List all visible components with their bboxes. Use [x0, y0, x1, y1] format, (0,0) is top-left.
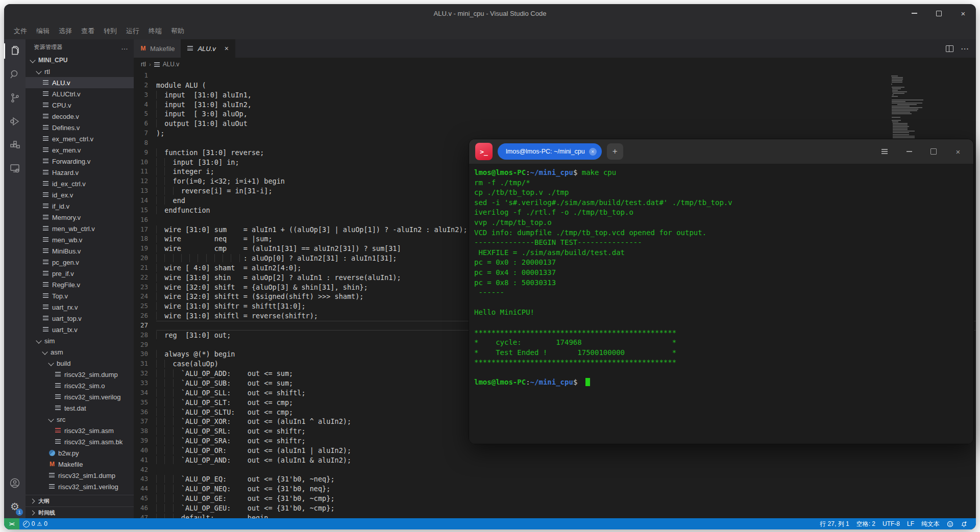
menu-item-0[interactable]: 文件	[9, 25, 32, 37]
tree-item-men_wb_ctrl.v[interactable]: men_wb_ctrl.v	[26, 223, 134, 234]
timeline-section[interactable]: 时间线	[26, 506, 134, 518]
tree-item-sim[interactable]: sim	[26, 335, 134, 346]
code-line-42[interactable]: 42	[134, 465, 976, 475]
code-line-3[interactable]: 3 input [31:0] aluIn1,	[134, 90, 976, 100]
tree-item-build[interactable]: build	[26, 358, 134, 369]
code-line-46[interactable]: 46 `ALU_OP_GEU: out <= {31'b0, ~cmp};	[134, 503, 976, 513]
tree-item-riscv32_sim.dump[interactable]: riscv32_sim.dump	[26, 369, 134, 380]
tree-item-Makefile[interactable]: MMakefile	[26, 459, 134, 470]
tree-item-file[interactable]: file	[26, 492, 134, 495]
code-line-7[interactable]: 7);	[134, 129, 976, 138]
split-editor-icon[interactable]	[946, 45, 953, 52]
tree-item-id_ex.v[interactable]: id_ex.v	[26, 189, 134, 200]
run-debug-icon[interactable]	[4, 110, 26, 133]
tab-alu-v[interactable]: ALU.v ×	[181, 39, 235, 58]
menu-item-2[interactable]: 选择	[54, 25, 77, 37]
tree-item-src[interactable]: src	[26, 414, 134, 425]
menu-item-4[interactable]: 转到	[99, 25, 121, 37]
tree-item-decode.v[interactable]: decode.v	[26, 111, 134, 122]
tree-item-uart_tx.v[interactable]: uart_tx.v	[26, 324, 134, 335]
indentation[interactable]: 空格: 2	[853, 518, 879, 529]
tree-item-MiniBus.v[interactable]: MiniBus.v	[26, 245, 134, 257]
tree-item-Hazard.v[interactable]: Hazard.v	[26, 167, 134, 178]
extensions-icon[interactable]	[4, 133, 26, 157]
language-mode[interactable]: 纯文本	[918, 518, 943, 529]
tree-item-ALUCtrl.v[interactable]: ALUCtrl.v	[26, 88, 134, 99]
tree-item-riscv32_sim1.verilog[interactable]: riscv32_sim1.verilog	[26, 481, 134, 492]
breadcrumb-file[interactable]: ALU.v	[163, 61, 180, 68]
terminal-minimize-icon[interactable]	[905, 147, 913, 156]
tree-item-id_ex_ctrl.v[interactable]: id_ex_ctrl.v	[26, 178, 134, 189]
terminal-new-tab-button[interactable]: +	[607, 143, 623, 160]
account-icon[interactable]	[4, 471, 26, 495]
tree-item-riscv32_sim.verilog[interactable]: riscv32_sim.verilog	[26, 391, 134, 402]
menu-item-6[interactable]: 终端	[144, 25, 166, 37]
terminal-output[interactable]: lmos@lmos-PC:~/mini_cpu$ make cpurm -f .…	[469, 164, 973, 444]
tree-item-uart_rx.v[interactable]: uart_rx.v	[26, 301, 134, 313]
outline-section[interactable]: 大纲	[26, 495, 134, 506]
code-line-44[interactable]: 44 `ALU_OP_NEQ: out <= {31'b0, neq};	[134, 484, 976, 494]
terminal-menu-icon[interactable]	[880, 147, 889, 156]
breadcrumb[interactable]: rtl › ALU.v	[134, 58, 976, 71]
terminal-maximize-icon[interactable]	[929, 147, 938, 156]
code-line-47[interactable]: 47 default: begin	[134, 513, 976, 518]
tree-item-CPU.v[interactable]: CPU.v	[26, 99, 134, 111]
tree-item-if_id.v[interactable]: if_id.v	[26, 200, 134, 212]
eol-sequence[interactable]: LF	[903, 518, 918, 529]
tree-item-Top.v[interactable]: Top.v	[26, 290, 134, 301]
tree-item-RegFile.v[interactable]: RegFile.v	[26, 279, 134, 290]
tree-item-pre_if.v[interactable]: pre_if.v	[26, 268, 134, 279]
code-line-6[interactable]: 6 output [31:0] aluOut	[134, 119, 976, 129]
more-actions-icon[interactable]: ⋯	[961, 44, 969, 54]
code-line-4[interactable]: 4 input [31:0] aluIn2,	[134, 100, 976, 110]
tree-item-Memory.v[interactable]: Memory.v	[26, 212, 134, 223]
code-line-5[interactable]: 5 input [ 3:0] aluOp,	[134, 109, 976, 119]
tree-item-Defines.v[interactable]: Defines.v	[26, 122, 134, 133]
source-control-icon[interactable]	[4, 86, 26, 110]
search-icon[interactable]	[4, 63, 26, 86]
code-line-45[interactable]: 45 `ALU_OP_GE: out <= {31'b0, ~cmp};	[134, 494, 976, 503]
tree-item-ALU.v[interactable]: ALU.v	[26, 77, 134, 88]
code-line-41[interactable]: 41 `ALU_OP_AND: out <= (aluIn1 & aluIn2)…	[134, 455, 976, 465]
restore-icon[interactable]	[935, 10, 942, 17]
tree-item-asm[interactable]: asm	[26, 346, 134, 358]
code-line-43[interactable]: 43 `ALU_OP_EQ: out <= {31'b0, ~neq};	[134, 474, 976, 484]
code-line-1[interactable]: 1	[134, 71, 976, 81]
problems-indicator[interactable]: 0 ⚠ 0	[19, 518, 51, 529]
minimap[interactable]	[891, 74, 925, 148]
menu-item-5[interactable]: 运行	[121, 25, 144, 37]
explorer-more-icon[interactable]: …	[121, 43, 129, 51]
terminal-title-bar[interactable]: >_ lmos@lmos-PC: ~/mini_cpu × + ×	[469, 139, 973, 164]
tree-item-men_wb.v[interactable]: men_wb.v	[26, 234, 134, 245]
tree-item-ex_men.v[interactable]: ex_men.v	[26, 144, 134, 156]
tree-item-uart_top.v[interactable]: uart_top.v	[26, 313, 134, 324]
terminal-tab[interactable]: lmos@lmos-PC: ~/mini_cpu ×	[498, 143, 602, 160]
code-line-2[interactable]: 2module ALU (	[134, 81, 976, 90]
terminal-close-icon[interactable]: ×	[954, 147, 962, 156]
feedback-icon[interactable]	[943, 518, 957, 529]
tree-item-test.dat[interactable]: test.dat	[26, 402, 134, 414]
menu-item-3[interactable]: 查看	[77, 25, 99, 37]
breadcrumb-folder[interactable]: rtl	[141, 61, 146, 68]
remote-explorer-icon[interactable]	[4, 157, 26, 180]
terminal-tab-close-icon[interactable]: ×	[589, 148, 597, 156]
tree-item-ex_men_ctrl.v[interactable]: ex_men_ctrl.v	[26, 133, 134, 144]
tree-item-MINI_CPU[interactable]: MINI_CPU	[26, 55, 134, 66]
tree-item-Forwarding.v[interactable]: Forwarding.v	[26, 156, 134, 167]
tree-item-pc_gen.v[interactable]: pc_gen.v	[26, 257, 134, 268]
tree-item-riscv32_sim.o[interactable]: riscv32_sim.o	[26, 380, 134, 391]
encoding[interactable]: UTF-8	[879, 518, 903, 529]
tree-item-rtl[interactable]: rtl	[26, 66, 134, 77]
cursor-position[interactable]: 行 27, 列 1	[816, 518, 852, 529]
tree-item-riscv32_sim.asm.bk[interactable]: riscv32_sim.asm.bk	[26, 436, 134, 447]
menu-item-1[interactable]: 编辑	[32, 25, 54, 37]
tree-item-b2w.py[interactable]: b2w.py	[26, 447, 134, 459]
close-icon[interactable]: ×	[960, 10, 967, 17]
tab-makefile[interactable]: M Makefile	[134, 39, 181, 58]
code-line-40[interactable]: 40 `ALU_OP_OR: out <= (aluIn1 | aluIn2);	[134, 446, 976, 455]
explorer-icon[interactable]	[4, 39, 26, 63]
settings-gear-icon[interactable]: ⚙ 1	[4, 495, 26, 518]
tree-item-riscv32_sim1.dump[interactable]: riscv32_sim1.dump	[26, 470, 134, 481]
remote-indicator[interactable]: ><	[4, 518, 19, 529]
minimize-icon[interactable]	[911, 10, 918, 17]
